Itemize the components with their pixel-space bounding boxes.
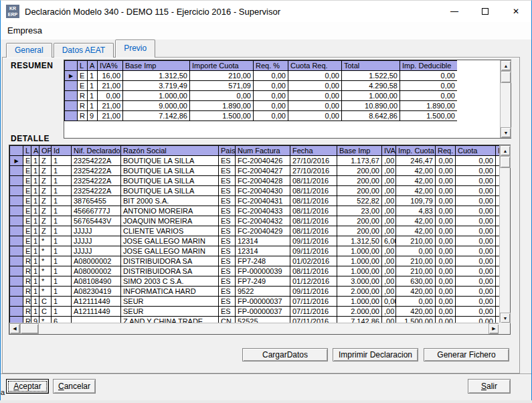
resumen-vertical-scrollbar[interactable]: ▲ ▼ <box>500 60 511 138</box>
row-selector[interactable] <box>65 111 78 121</box>
cell[interactable]: 1 <box>52 226 72 236</box>
cell[interactable]: 08/11/2016 <box>290 216 337 226</box>
cell[interactable]: SEUR <box>121 307 219 317</box>
cell[interactable]: 0,00 <box>254 71 288 81</box>
row-selector[interactable] <box>10 236 23 246</box>
cell[interactable]: 12314 <box>236 236 290 246</box>
cell[interactable]: 0,00 <box>98 91 123 101</box>
cell[interactable]: 1 <box>52 246 72 256</box>
scroll-right-button[interactable]: ▶ <box>489 323 499 334</box>
cell[interactable]: 3.719,49 <box>123 81 190 91</box>
cell[interactable]: 0,00 <box>436 206 456 216</box>
cell[interactable]: 0,00 <box>436 266 456 276</box>
cell[interactable]: ,00 <box>382 176 396 186</box>
table-row[interactable]: E1Z123254222ABOUTIQUE LA SILLAESFC-20040… <box>10 176 500 186</box>
cell[interactable]: Z <box>39 196 52 206</box>
cell[interactable]: R <box>23 287 31 297</box>
cell[interactable]: ES <box>219 236 236 246</box>
row-selector[interactable] <box>10 226 23 236</box>
cell[interactable]: 1 <box>31 166 39 176</box>
cell[interactable]: Z <box>39 156 52 166</box>
table-row[interactable]: E121,003.719,49571,090,000,004.290,580,0… <box>65 81 458 91</box>
cell[interactable]: 56765443V <box>72 216 121 226</box>
row-selector[interactable] <box>10 196 23 206</box>
cell[interactable]: 8.642,86 <box>342 111 400 121</box>
cell[interactable]: JJJJJ <box>72 236 121 246</box>
scrollbar-thumb[interactable] <box>501 71 511 83</box>
column-header[interactable]: A <box>31 146 39 156</box>
column-header[interactable]: Nif. Declarado <box>72 146 121 156</box>
cell[interactable]: 42,00 <box>396 186 436 196</box>
column-header[interactable]: IVA% <box>98 61 123 71</box>
cell[interactable]: JOAQUIN MOREIRA <box>121 216 219 226</box>
cell[interactable]: 0,00 <box>254 111 288 121</box>
cell[interactable]: A12111449 <box>72 297 121 307</box>
cell[interactable]: ES <box>219 307 236 317</box>
cell[interactable]: 1.500,00 <box>400 111 458 121</box>
cell[interactable]: 0,00 <box>400 71 458 81</box>
cell[interactable]: 210,00 <box>396 256 436 266</box>
cell[interactable]: 21,00 <box>98 111 123 121</box>
cell[interactable]: * <box>39 276 52 287</box>
cell[interactable]: BOUTIQUE LA SILLA <box>121 176 219 186</box>
table-row[interactable]: E1Z145666777JANTONIO MOREIRAESFC-2004043… <box>10 206 500 216</box>
row-selector[interactable] <box>10 166 23 176</box>
cell[interactable]: 630,00 <box>396 276 436 287</box>
cell[interactable]: FC-20040426 <box>236 156 290 166</box>
cell[interactable]: ES <box>219 226 236 236</box>
cell[interactable]: R <box>78 91 88 101</box>
cell[interactable]: 1 <box>31 256 39 266</box>
cell[interactable]: 0,00 <box>436 226 456 236</box>
cell[interactable]: 0,00 <box>288 91 342 101</box>
row-selector[interactable] <box>65 81 78 91</box>
cell[interactable]: 08/11/2016 <box>290 186 337 196</box>
cell[interactable]: 38765455 <box>72 196 121 206</box>
column-header[interactable]: Cuota <box>456 146 496 156</box>
cell[interactable]: ES <box>219 186 236 196</box>
cell[interactable]: A08230419 <box>72 287 121 297</box>
cell[interactable]: 0,00 <box>456 186 496 196</box>
cell[interactable]: 109,79 <box>396 196 436 206</box>
cell[interactable]: 1 <box>31 297 39 307</box>
cell[interactable]: FP-00000037 <box>236 297 290 307</box>
cell[interactable]: 1.312,50 <box>123 71 190 81</box>
cell[interactable]: 0,00 <box>396 246 436 256</box>
cell[interactable]: SIMO 2003 C S.A. <box>121 276 219 287</box>
cell[interactable]: FC-20040429 <box>236 226 290 236</box>
cell[interactable]: DISTRIBUIDORA SA <box>121 266 219 276</box>
cell[interactable]: 0,00 <box>456 156 496 166</box>
cell[interactable]: 1 <box>88 91 98 101</box>
cell[interactable]: E <box>23 216 31 226</box>
cell[interactable]: R <box>78 111 88 121</box>
cell[interactable]: 0,00 <box>456 226 496 236</box>
scroll-down-button[interactable]: ▼ <box>501 127 511 138</box>
cell[interactable]: 0,00 <box>456 297 496 307</box>
cell[interactable]: 1 <box>52 276 72 287</box>
cell[interactable]: 1 <box>52 176 72 186</box>
cell[interactable]: 0,00 <box>456 216 496 226</box>
cell[interactable]: ,00 <box>382 156 396 166</box>
cell[interactable]: 1 <box>52 216 72 226</box>
cell[interactable]: 0,00 <box>456 307 496 317</box>
column-header[interactable]: Cuota Req. <box>288 61 342 71</box>
scroll-down-button[interactable]: ▼ <box>500 313 511 323</box>
cell[interactable]: E <box>23 176 31 186</box>
cell[interactable]: 7.142,86 <box>123 111 190 121</box>
cell[interactable]: JOSE GALLEGO MARIN <box>121 246 219 256</box>
cell[interactable]: 0,00 <box>436 166 456 176</box>
column-header[interactable]: Fecha <box>290 146 337 156</box>
cell[interactable]: ,00 <box>382 266 396 276</box>
cell[interactable]: 1 <box>31 206 39 216</box>
cell[interactable]: 42,00 <box>396 216 436 226</box>
cell[interactable]: 0,00 <box>436 176 456 186</box>
cell[interactable]: 21,00 <box>98 81 123 91</box>
cell[interactable]: 08/11/2016 <box>290 206 337 216</box>
cell[interactable]: 1 <box>52 256 72 266</box>
cell[interactable]: E <box>23 166 31 176</box>
generar-fichero-button[interactable]: Generar Fichero <box>424 348 509 361</box>
cell[interactable]: R <box>78 101 88 111</box>
cell[interactable]: JJJJJ <box>72 246 121 256</box>
cell[interactable]: R <box>23 266 31 276</box>
cell[interactable]: 246,47 <box>396 156 436 166</box>
tab-datos-aeat[interactable]: Datos AEAT <box>54 43 114 58</box>
